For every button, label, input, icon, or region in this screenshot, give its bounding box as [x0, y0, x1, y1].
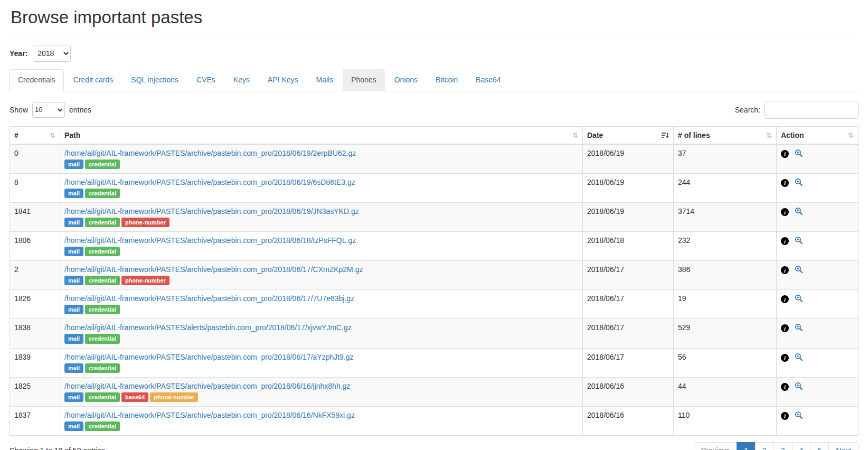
- table-row: 2/home/ail/git/AIL-framework/PASTES/arch…: [10, 261, 858, 290]
- tab-cves[interactable]: CVEs: [188, 69, 224, 91]
- tab-label[interactable]: Bitcoin: [427, 69, 466, 91]
- info-circle-icon[interactable]: i: [781, 324, 789, 332]
- tab-label[interactable]: Keys: [225, 69, 258, 91]
- search-plus-icon[interactable]: [795, 207, 803, 217]
- tab-label[interactable]: SQL injections: [122, 69, 187, 91]
- paste-path-link[interactable]: /home/ail/git/AIL-framework/PASTES/archi…: [64, 382, 350, 390]
- pagination-page-label[interactable]: 5: [810, 442, 829, 450]
- info-circle-icon[interactable]: i: [781, 295, 789, 303]
- pagination-previous[interactable]: Previous: [694, 442, 737, 450]
- tab-label[interactable]: CVEs: [188, 69, 224, 91]
- column-header-date[interactable]: Date: [583, 126, 674, 144]
- info-circle-icon[interactable]: i: [781, 208, 789, 216]
- pagination-previous-label[interactable]: Previous: [694, 442, 737, 450]
- tab-api-keys[interactable]: API Keys: [259, 69, 307, 91]
- paste-path-link[interactable]: /home/ail/git/AIL-framework/PASTES/archi…: [64, 411, 355, 419]
- tag-badge-phone-number: phone-number: [121, 218, 169, 227]
- page-length-select[interactable]: 10: [32, 102, 65, 118]
- cell-path: /home/ail/git/AIL-framework/PASTES/archi…: [60, 377, 583, 406]
- cell-index: 1806: [10, 232, 60, 261]
- tag-list: mailcredential: [64, 421, 578, 431]
- search-plus-icon[interactable]: [795, 236, 803, 246]
- tag-list: mailcredential: [64, 189, 578, 198]
- tag-list: mailcredential: [64, 305, 578, 314]
- tab-base64[interactable]: Base64: [467, 69, 509, 91]
- search-plus-icon[interactable]: [795, 149, 803, 159]
- search-plus-icon[interactable]: [795, 353, 803, 363]
- table-row: 1826/home/ail/git/AIL-framework/PASTES/a…: [10, 290, 858, 319]
- tab-keys[interactable]: Keys: [225, 69, 258, 91]
- tag-badge-mail: mail: [64, 334, 83, 343]
- tab-label[interactable]: Phones: [343, 69, 384, 91]
- cell-lines: 3714: [674, 203, 777, 232]
- cell-path: /home/ail/git/AIL-framework/PASTES/alert…: [60, 319, 583, 348]
- cell-path: /home/ail/git/AIL-framework/PASTES/archi…: [60, 232, 583, 261]
- tab-sql-injections[interactable]: SQL injections: [122, 69, 187, 91]
- tab-bitcoin[interactable]: Bitcoin: [427, 69, 466, 91]
- search-plus-icon[interactable]: [795, 411, 803, 421]
- tag-badge-credential: credential: [85, 160, 120, 169]
- paste-path-link[interactable]: /home/ail/git/AIL-framework/PASTES/archi…: [64, 265, 363, 274]
- cell-index: 1826: [10, 290, 60, 319]
- tab-onions[interactable]: Onions: [386, 69, 426, 91]
- table-footer: Showing 1 to 10 of 50 entries Previous12…: [10, 436, 858, 450]
- sort-desc-icon: [662, 132, 669, 139]
- pagination-page-2[interactable]: 2: [756, 442, 774, 450]
- info-circle-icon[interactable]: i: [781, 179, 789, 187]
- info-circle-icon[interactable]: i: [781, 266, 789, 274]
- info-circle-icon[interactable]: i: [781, 354, 789, 362]
- column-header-index[interactable]: # ⇅: [10, 126, 60, 144]
- tab-mails[interactable]: Mails: [308, 69, 342, 91]
- paste-path-link[interactable]: /home/ail/git/AIL-framework/PASTES/archi…: [64, 294, 354, 303]
- column-header-lines[interactable]: # of lines ⇅: [674, 126, 777, 144]
- search-plus-icon[interactable]: [795, 382, 803, 392]
- pagination-page-label[interactable]: 3: [773, 442, 792, 450]
- tag-badge-base64: base64: [121, 392, 148, 402]
- cell-lines: 529: [674, 319, 777, 348]
- pagination-next[interactable]: Next: [829, 442, 858, 450]
- pagination-page-4[interactable]: 4: [792, 442, 811, 450]
- tab-label[interactable]: API Keys: [259, 69, 307, 91]
- pagination-page-label[interactable]: 4: [792, 442, 811, 450]
- search-plus-icon[interactable]: [795, 265, 803, 275]
- pagination-page-label[interactable]: 2: [755, 442, 774, 450]
- tab-label[interactable]: Credit cards: [65, 69, 121, 91]
- pagination-page-5[interactable]: 5: [810, 442, 829, 450]
- tab-label[interactable]: Onions: [386, 69, 426, 91]
- tab-label[interactable]: Mails: [308, 69, 342, 91]
- paste-path-link[interactable]: /home/ail/git/AIL-framework/PASTES/archi…: [64, 149, 356, 157]
- search-plus-icon[interactable]: [795, 323, 803, 333]
- paste-path-link[interactable]: /home/ail/git/AIL-framework/PASTES/archi…: [64, 178, 355, 186]
- info-circle-icon[interactable]: i: [781, 383, 789, 391]
- search-plus-icon[interactable]: [795, 294, 803, 304]
- pagination-page-1[interactable]: 1: [737, 442, 756, 450]
- cell-action: i: [777, 377, 858, 406]
- cell-date: 2018/06/17: [583, 290, 674, 319]
- paste-path-link[interactable]: /home/ail/git/AIL-framework/PASTES/archi…: [64, 353, 354, 361]
- column-header-path[interactable]: Path ⇅: [60, 126, 583, 144]
- search-input[interactable]: [765, 101, 858, 119]
- info-circle-icon[interactable]: i: [781, 412, 789, 420]
- info-circle-icon[interactable]: i: [781, 150, 789, 158]
- table-row: 1806/home/ail/git/AIL-framework/PASTES/a…: [10, 232, 858, 261]
- year-select[interactable]: 2018: [33, 45, 71, 62]
- cell-lines: 19: [674, 290, 777, 319]
- pagination-page-label[interactable]: 1: [737, 442, 756, 450]
- tab-credit-cards[interactable]: Credit cards: [65, 69, 121, 91]
- tab-label[interactable]: Credentials: [10, 69, 64, 91]
- tag-list: mailcredential: [64, 160, 578, 169]
- search-plus-icon[interactable]: [795, 178, 803, 188]
- tag-badge-credential: credential: [85, 334, 120, 343]
- tab-phones[interactable]: Phones: [343, 69, 384, 91]
- column-header-action[interactable]: Action ⇅: [777, 126, 858, 144]
- paste-path-link[interactable]: /home/ail/git/AIL-framework/PASTES/alert…: [64, 323, 352, 332]
- tab-label[interactable]: Base64: [467, 69, 509, 91]
- paste-path-link[interactable]: /home/ail/git/AIL-framework/PASTES/archi…: [64, 207, 359, 215]
- table-controls: Show 10 entries Search:: [10, 101, 858, 119]
- tab-credentials[interactable]: Credentials: [10, 69, 64, 91]
- cell-index: 1839: [10, 348, 60, 377]
- info-circle-icon[interactable]: i: [781, 237, 789, 245]
- paste-path-link[interactable]: /home/ail/git/AIL-framework/PASTES/archi…: [64, 236, 356, 245]
- pagination-next-label[interactable]: Next: [828, 442, 858, 450]
- pagination-page-3[interactable]: 3: [774, 442, 792, 450]
